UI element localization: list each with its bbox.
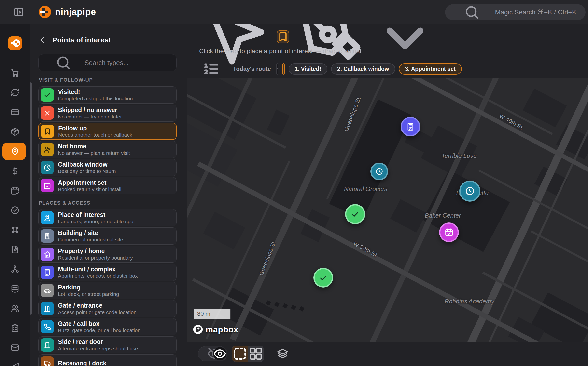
poi-type-title: Multi-unit / complex [58,265,138,273]
poi-type-subtitle: Apartments, condos, or cluster box [58,273,138,279]
poi-type-subtitle: No answer — plan a return visit [58,150,130,156]
credit-card-icon [11,108,19,117]
rail-item-file-edit[interactable] [0,240,30,259]
magic-search-input[interactable] [492,9,579,16]
poi-type-title: Property / home [58,247,133,255]
callback-marker-2[interactable] [459,181,480,202]
poi-type-appointment-set[interactable]: Appointment setBooked return visit or in… [38,177,177,194]
rail-item-share-nodes[interactable] [0,259,30,279]
visited-marker-1[interactable] [345,204,365,224]
poi-type-parking[interactable]: ParkingLot, deck, or street parking [38,282,177,299]
poi-type-gate-entrance[interactable]: Gate / entranceAccess point or gate code… [38,300,177,317]
type-search-input[interactable] [84,59,171,67]
bookmark-tool-button[interactable] [277,30,289,43]
map-hint-text: Click the map to place a point of intere… [199,47,361,55]
rail-item-mail[interactable] [0,338,30,357]
rail-item-package[interactable] [0,122,30,142]
poi-type-place-of-interest[interactable]: Place of interestLandmark, venue, or not… [38,209,177,226]
rail-item-credit-card[interactable] [0,102,30,122]
app-logo-tile[interactable] [8,36,22,50]
divider [37,51,182,51]
layers-button[interactable] [276,347,289,360]
rail-item-sync[interactable] [0,83,30,102]
poi-type-subtitle: Best day or time to return [58,168,116,174]
rail-item-dollar[interactable] [0,161,30,181]
map-building [203,212,245,249]
user-x-icon [41,143,54,156]
app-root: ninjapipe Points of interest VISIT & FOL… [0,0,588,366]
page-title: Points of interest [53,36,111,44]
panel-toggle-icon [13,7,24,17]
brand-name: ninjapipe [55,7,96,17]
back-button[interactable] [37,35,48,45]
x-icon [41,106,54,120]
poi-type-subtitle: Booked return visit or install [58,186,121,193]
poi-type-title: Not home [58,143,130,150]
grid-mode-button[interactable] [248,346,264,362]
mapbox-attribution[interactable]: mapbox [193,324,238,335]
circle-check-icon [11,206,19,215]
poi-type-subtitle: Lot, deck, or street parking [58,291,119,297]
poi-type-side-rear-door[interactable]: Side / rear doorAlternate entrance reps … [38,336,177,353]
section-label-places-access: PLACES & ACCESS [39,200,177,206]
route-label: Today's route [233,65,271,72]
sidebar-toggle-button[interactable] [13,7,24,17]
poi-type-not-home[interactable]: Not homeNo answer — plan a return visit [38,141,177,158]
rail-item-database[interactable] [0,279,30,299]
rail-item-rocket[interactable] [0,357,30,366]
rail-item-clipboard[interactable] [0,318,30,338]
poi-type-building-site[interactable]: Building / siteCommercial or industrial … [38,227,177,245]
chevron-left-icon [37,35,48,45]
route-chip-2-callback-window[interactable]: 2. Callback window [331,63,395,75]
rail-item-users[interactable] [0,299,30,318]
callback-marker-1[interactable] [370,163,388,180]
truck-icon [41,356,54,366]
map-pin-icon [11,147,19,156]
route-check-button[interactable] [282,63,285,75]
selection-mode-button[interactable] [232,346,248,362]
visited-marker-2[interactable] [313,268,333,288]
rail-item-vector-square[interactable] [0,220,30,240]
poi-type-title: Side / rear door [58,338,138,345]
bookmark-icon [277,31,289,43]
map-road [531,230,588,290]
rail-item-calendar-check[interactable] [0,181,30,200]
poi-type-skipped-no-answer[interactable]: Skipped / no answerNo contact — try agai… [38,105,177,122]
home-icon [41,248,54,261]
poi-type-gate-call-box[interactable]: Gate / call boxBuzz, gate code, or call … [38,318,177,335]
map-building [266,300,271,306]
map-pin-area-icon [41,211,54,224]
rail-item-circle-check[interactable] [0,200,30,220]
route-chip-1-visited[interactable]: 1. Visited! [289,63,327,75]
poi-type-follow-up[interactable]: Follow upNeeds another touch or callback [38,123,177,140]
magic-search[interactable] [445,4,586,20]
map-building [267,110,290,136]
car-icon [41,284,54,297]
map-scale-bar: 30 m [194,309,231,319]
mapbox-logo-icon [193,324,203,335]
poi-type-title: Building / site [58,229,123,236]
panel-scrollbar[interactable] [30,82,32,315]
route-advance-button[interactable] [276,63,278,75]
route-bar: Today's route 1. Visited!2. Callback win… [193,60,462,78]
mail-icon [11,343,19,352]
multi-unit-marker[interactable] [401,117,420,136]
poi-type-property-home[interactable]: Property / homeResidential or property b… [38,246,177,263]
panel-header: Points of interest [37,33,177,47]
poi-type-receiving-dock[interactable]: Receiving / dock [38,354,177,366]
appointment-marker-1[interactable] [439,222,459,242]
rail-item-map-pin[interactable] [0,142,30,161]
poi-type-visited[interactable]: Visited!Completed a stop at this locatio… [38,86,177,104]
type-search[interactable] [38,54,177,71]
rail-item-cart[interactable] [0,63,30,83]
search-icon [43,54,84,71]
building-icon [41,229,54,243]
map-canvas[interactable]: Guadalupe StW 40th StTerrible LoveNatura… [187,78,588,342]
sync-icon [11,88,19,97]
check-icon [283,64,284,74]
poi-type-multi-unit-complex[interactable]: Multi-unit / complexApartments, condos, … [38,264,177,281]
poi-type-subtitle: Alternate entrance reps should use [58,345,138,352]
marker-visibility-toggle[interactable] [198,346,227,361]
poi-type-callback-window[interactable]: Callback windowBest day or time to retur… [38,159,177,176]
route-chip-3-appointment-set[interactable]: 3. Appointment set [399,63,462,75]
